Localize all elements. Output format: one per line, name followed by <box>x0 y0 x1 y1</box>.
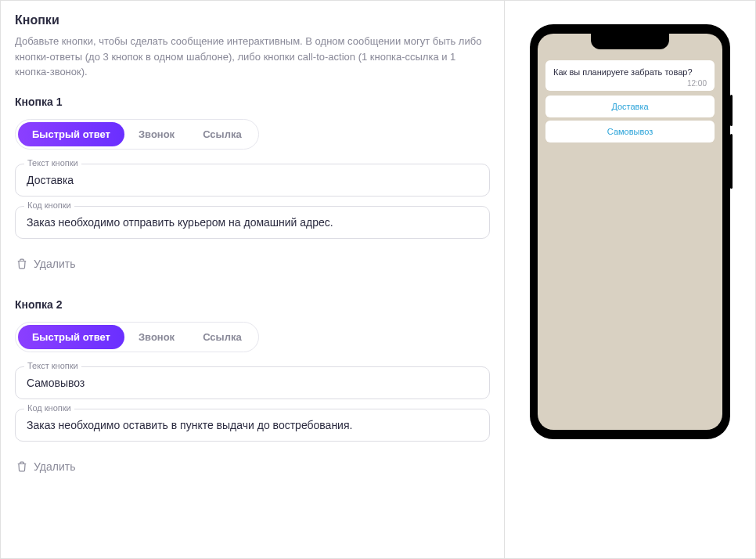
phone-side-button <box>730 134 733 189</box>
seg-call[interactable]: Звонок <box>124 325 189 349</box>
section-title: Кнопки <box>15 13 490 27</box>
seg-quick-reply[interactable]: Быстрый ответ <box>18 325 124 349</box>
button-2-code-field: Код кнопки <box>15 409 490 442</box>
field-label: Код кнопки <box>24 200 74 210</box>
seg-link[interactable]: Ссылка <box>189 325 256 349</box>
field-label: Код кнопки <box>24 403 74 413</box>
button-block-2-title: Кнопка 2 <box>15 298 490 311</box>
trash-icon <box>16 258 27 269</box>
button-block-1-title: Кнопка 1 <box>15 96 490 108</box>
preview-message-time: 12:00 <box>553 79 707 88</box>
delete-label: Удалить <box>34 460 75 473</box>
button-1-type-selector: Быстрый ответ Звонок Ссылка <box>15 119 259 150</box>
field-label: Текст кнопки <box>24 158 81 168</box>
trash-icon <box>16 461 27 472</box>
phone-screen: Как вы планируете забрать товар? 12:00 Д… <box>538 34 722 430</box>
phone-notch <box>591 34 669 49</box>
phone-mockup: Как вы планируете забрать товар? 12:00 Д… <box>530 24 730 439</box>
button-1-code-input[interactable] <box>15 206 490 239</box>
preview-panel: Как вы планируете забрать товар? 12:00 Д… <box>505 1 755 558</box>
preview-button-2[interactable]: Самовывоз <box>545 121 715 142</box>
button-2-code-input[interactable] <box>15 409 490 442</box>
button-1-text-input[interactable] <box>15 164 490 197</box>
delete-label: Удалить <box>34 258 75 270</box>
button-2-text-field: Текст кнопки <box>15 366 490 399</box>
button-2-text-input[interactable] <box>15 366 490 399</box>
section-description: Добавьте кнопки, чтобы сделать сообщение… <box>15 34 490 80</box>
preview-message-text: Как вы планируете забрать товар? <box>553 67 707 78</box>
preview-button-1[interactable]: Доставка <box>545 96 715 117</box>
phone-side-button <box>730 95 733 126</box>
delete-button-1[interactable]: Удалить <box>15 254 77 273</box>
preview-message-bubble: Как вы планируете забрать товар? 12:00 <box>545 60 715 91</box>
button-1-text-field: Текст кнопки <box>15 164 490 197</box>
delete-button-2[interactable]: Удалить <box>15 457 77 476</box>
seg-call[interactable]: Звонок <box>124 122 189 146</box>
editor-panel: Кнопки Добавьте кнопки, чтобы сделать со… <box>1 1 505 558</box>
button-1-code-field: Код кнопки <box>15 206 490 239</box>
seg-link[interactable]: Ссылка <box>189 122 256 146</box>
button-2-type-selector: Быстрый ответ Звонок Ссылка <box>15 322 259 352</box>
field-label: Текст кнопки <box>24 361 81 370</box>
seg-quick-reply[interactable]: Быстрый ответ <box>18 122 124 146</box>
